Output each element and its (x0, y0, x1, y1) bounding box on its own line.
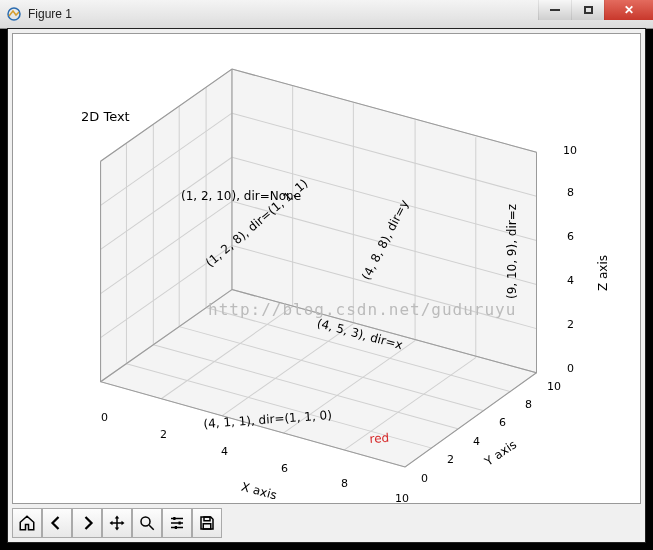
back-button[interactable] (42, 508, 72, 538)
x-tick: 0 (101, 411, 108, 424)
svg-rect-49 (203, 524, 211, 529)
svg-rect-47 (175, 526, 177, 529)
svg-rect-43 (173, 517, 175, 520)
titlebar[interactable]: Figure 1 (0, 0, 653, 29)
z-tick: 6 (567, 230, 574, 243)
svg-point-40 (141, 517, 150, 526)
z-axis-label: Z axis (596, 255, 610, 291)
z-tick: 10 (563, 144, 577, 157)
zoom-icon (138, 514, 156, 532)
svg-line-41 (149, 525, 154, 530)
x-tick: 2 (160, 428, 167, 441)
close-button[interactable] (604, 0, 653, 20)
zoom-button[interactable] (132, 508, 162, 538)
arrow-left-icon (48, 514, 66, 532)
axes-3d: .grid { stroke:#d0d0d0; stroke-width:1; … (13, 34, 640, 503)
y-tick: 6 (499, 416, 506, 429)
y-tick: 0 (421, 472, 428, 485)
y-tick: 2 (447, 453, 454, 466)
plot-canvas[interactable]: .grid { stroke:#d0d0d0; stroke-width:1; … (12, 33, 641, 504)
toolbar (12, 508, 222, 538)
maximize-button[interactable] (571, 0, 604, 20)
client-area: .grid { stroke:#d0d0d0; stroke-width:1; … (7, 28, 646, 543)
x-tick: 10 (395, 492, 409, 505)
svg-rect-45 (179, 522, 181, 525)
window: Figure 1 .grid { stroke:#d0d0d0; stroke-… (0, 0, 653, 550)
home-icon (18, 514, 36, 532)
y-tick: 10 (547, 380, 561, 393)
x-tick: 6 (281, 462, 288, 475)
home-button[interactable] (12, 508, 42, 538)
arrow-right-icon (78, 514, 96, 532)
minimize-button[interactable] (538, 0, 571, 20)
forward-button[interactable] (72, 508, 102, 538)
configure-button[interactable] (162, 508, 192, 538)
z-tick: 4 (567, 274, 574, 287)
window-buttons (538, 0, 653, 20)
move-icon (108, 514, 126, 532)
sliders-icon (168, 514, 186, 532)
x-tick: 8 (341, 477, 348, 490)
annotation: (9, 10, 9), dir=z (505, 204, 519, 299)
x-tick: 4 (221, 445, 228, 458)
annotation-red: red (369, 431, 390, 446)
save-icon (198, 514, 216, 532)
text2d-label: 2D Text (81, 109, 130, 124)
watermark: http://blog.csdn.net/guduruyu (208, 300, 516, 319)
z-tick: 0 (567, 362, 574, 375)
z-tick: 8 (567, 186, 574, 199)
app-icon (6, 6, 22, 22)
y-tick: 4 (473, 435, 480, 448)
pan-button[interactable] (102, 508, 132, 538)
save-button[interactable] (192, 508, 222, 538)
z-tick: 2 (567, 318, 574, 331)
y-tick: 8 (525, 398, 532, 411)
svg-rect-48 (204, 517, 210, 521)
